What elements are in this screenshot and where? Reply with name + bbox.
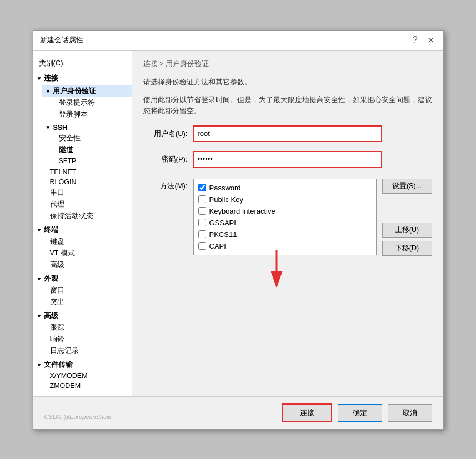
sidebar-item-keepalive[interactable]: 保持活动状态 — [42, 210, 132, 222]
sidebar-item-filetransfer[interactable]: ▼ 文件传输 — [33, 359, 132, 371]
arrow-container — [143, 267, 432, 300]
title-bar-controls: ? ✕ — [410, 35, 437, 46]
expand-arrow-filetransfer: ▼ — [37, 362, 42, 368]
method-capi-label: CAPI — [209, 242, 226, 250]
dialog-title: 新建会话属性 — [40, 35, 83, 45]
method-keyboard-interactive-label: Keyboard Interactive — [209, 207, 275, 215]
method-pkcs11: PKCS11 — [198, 230, 372, 239]
sidebar-children-ssh: 安全性 隧道 SFTP — [42, 133, 132, 166]
arrow-svg — [243, 250, 310, 295]
ok-button[interactable]: 确定 — [338, 404, 382, 422]
sidebar-children-auth: 登录提示符 登录脚本 — [42, 97, 132, 120]
sidebar-item-window[interactable]: 窗口 — [42, 285, 132, 296]
method-password-checkbox[interactable] — [198, 184, 206, 191]
move-up-button[interactable]: 上移(U) — [382, 223, 432, 238]
sidebar-group-filetransfer: ▼ 文件传输 X/YMODEM ZMODEM — [33, 358, 132, 392]
breadcrumb: 连接 > 用户身份验证 — [143, 59, 432, 69]
method-pkcs11-checkbox[interactable] — [198, 230, 206, 238]
method-publickey-label: Public Key — [209, 195, 243, 204]
sidebar-group-auth: ▼ 用户身份验证 登录提示符 登录脚本 — [42, 84, 132, 122]
sidebar-terminal-label: 终端 — [44, 225, 58, 235]
sidebar-item-telnet[interactable]: TELNET — [42, 167, 132, 177]
method-capi-checkbox[interactable] — [198, 242, 206, 250]
method-password-label: Password — [209, 184, 241, 192]
sidebar-item-tunnel[interactable]: 隧道 — [51, 144, 132, 156]
method-gssapi-checkbox[interactable] — [198, 219, 206, 226]
sidebar-item-trace[interactable]: 跟踪 — [42, 322, 132, 334]
method-pkcs11-label: PKCS11 — [209, 230, 237, 239]
sidebar-group-connection: ▼ 连接 ▼ 用户身份验证 登录提示符 登录脚本 — [33, 72, 132, 223]
move-down-button[interactable]: 下移(D) — [382, 241, 432, 256]
close-icon[interactable]: ✕ — [425, 35, 437, 46]
sidebar-item-sftp[interactable]: SFTP — [51, 156, 132, 166]
method-keyboard-interactive: Keyboard Interactive — [198, 207, 372, 215]
sidebar-advanced-label: 高级 — [44, 311, 58, 321]
password-row: 密码(P): — [143, 151, 432, 168]
sidebar-appearance-label: 外观 — [44, 274, 58, 284]
username-input[interactable] — [194, 127, 381, 141]
sidebar-item-vt-mode[interactable]: VT 模式 — [42, 248, 132, 259]
cancel-button[interactable]: 取消 — [388, 404, 432, 422]
password-label: 密码(P): — [143, 154, 188, 164]
sidebar-item-xymodem[interactable]: X/YMODEM — [42, 371, 132, 381]
username-label: 用户名(U): — [143, 129, 188, 139]
method-keyboard-interactive-checkbox[interactable] — [198, 207, 206, 215]
methods-box: Password Public Key Keyboard Interactive… — [193, 179, 377, 255]
sidebar-item-highlight[interactable]: 突出 — [42, 296, 132, 308]
sidebar-header-label: 类别(C): — [33, 55, 132, 72]
method-gssapi: GSSAPI — [198, 219, 372, 227]
sidebar-ssh-label: SSH — [53, 124, 67, 132]
description-2: 使用此部分以节省登录时间。但是，为了最大限度地提高安全性，如果担心安全问题，建议… — [143, 94, 432, 117]
connect-button[interactable]: 连接 — [282, 403, 332, 422]
sidebar-label: 连接 — [44, 74, 58, 83]
description-1: 请选择身份验证方法和其它参数。 — [143, 77, 432, 88]
main-content: 连接 > 用户身份验证 请选择身份验证方法和其它参数。 使用此部分以节省登录时间… — [132, 51, 443, 396]
sidebar-filetransfer-label: 文件传输 — [44, 360, 73, 370]
sidebar-group-appearance: ▼ 外观 窗口 突出 — [33, 272, 132, 309]
sidebar-item-bell[interactable]: 响铃 — [42, 334, 132, 345]
password-input[interactable] — [194, 152, 381, 167]
main-dialog: 新建会话属性 ? ✕ 类别(C): ▼ 连接 ▼ — [33, 30, 444, 430]
sidebar-item-auth[interactable]: ▼ 用户身份验证 — [42, 85, 132, 97]
sidebar-children-filetransfer: X/YMODEM ZMODEM — [33, 371, 132, 391]
method-capi: CAPI — [198, 242, 372, 250]
sidebar-group-ssh: ▼ SSH 安全性 隧道 SFTP — [42, 122, 132, 167]
sidebar-item-login-prompt[interactable]: 登录提示符 — [51, 97, 132, 109]
sidebar-item-rlogin[interactable]: RLOGIN — [42, 177, 132, 187]
sidebar-item-proxy[interactable]: 代理 — [42, 199, 132, 210]
expand-arrow-appearance: ▼ — [37, 276, 42, 282]
sidebar: 类别(C): ▼ 连接 ▼ 用户身份验证 登录提示符 — [33, 51, 132, 396]
method-gssapi-label: GSSAPI — [209, 219, 236, 227]
sidebar-item-connection[interactable]: ▼ 连接 — [33, 73, 132, 84]
sidebar-item-zmodem[interactable]: ZMODEM — [42, 381, 132, 391]
method-publickey: Public Key — [198, 195, 372, 204]
methods-section: 方法(M): Password Public Key Keyboard Inte… — [143, 179, 432, 256]
settings-button[interactable]: 设置(S)... — [382, 179, 432, 194]
sidebar-children-advanced: 跟踪 响铃 日志记录 — [33, 322, 132, 357]
sidebar-item-login-script[interactable]: 登录脚本 — [51, 109, 132, 120]
sidebar-children-connection: ▼ 用户身份验证 登录提示符 登录脚本 ▼ SSH — [33, 84, 132, 222]
sidebar-item-keyboard[interactable]: 键盘 — [42, 236, 132, 248]
help-icon[interactable]: ? — [410, 35, 421, 45]
expand-arrow: ▼ — [37, 75, 42, 82]
expand-arrow-terminal: ▼ — [37, 227, 42, 233]
sidebar-item-advanced-terminal[interactable]: 高级 — [42, 259, 132, 271]
sidebar-item-terminal[interactable]: ▼ 终端 — [33, 224, 132, 236]
sidebar-item-appearance[interactable]: ▼ 外观 — [33, 273, 132, 285]
title-bar: 新建会话属性 ? ✕ — [33, 31, 443, 51]
sidebar-children-terminal: 键盘 VT 模式 高级 — [33, 236, 132, 271]
sidebar-item-logging[interactable]: 日志记录 — [42, 345, 132, 357]
method-password: Password — [198, 184, 372, 192]
sidebar-item-ssh[interactable]: ▼ SSH — [42, 123, 132, 133]
expand-arrow-advanced: ▼ — [37, 313, 42, 319]
sidebar-group-advanced: ▼ 高级 跟踪 响铃 日志记录 — [33, 309, 132, 358]
sidebar-group-terminal: ▼ 终端 键盘 VT 模式 高级 — [33, 223, 132, 272]
dialog-body: 类别(C): ▼ 连接 ▼ 用户身份验证 登录提示符 — [33, 51, 443, 396]
method-publickey-checkbox[interactable] — [198, 195, 206, 203]
sidebar-item-serial[interactable]: 串口 — [42, 187, 132, 199]
sidebar-item-security[interactable]: 安全性 — [51, 133, 132, 144]
sidebar-auth-label: 用户身份验证 — [53, 87, 96, 96]
watermark: CSDN @EuropeanSheik — [44, 413, 112, 420]
sidebar-children-appearance: 窗口 突出 — [33, 285, 132, 308]
sidebar-item-advanced[interactable]: ▼ 高级 — [33, 310, 132, 322]
